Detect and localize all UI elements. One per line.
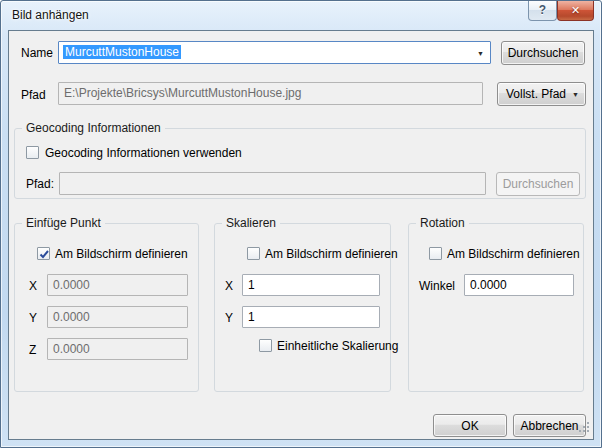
- caption-buttons: ? ✕: [528, 1, 594, 21]
- name-combobox[interactable]: MurcuttMustonHouse ▼: [58, 41, 491, 64]
- window-title: Bild anhängen: [12, 8, 89, 22]
- geocoding-group: Geocoding Informationen Geocoding Inform…: [14, 128, 586, 199]
- rotation-angle-field[interactable]: 0.0000: [464, 274, 574, 296]
- help-icon[interactable]: ?: [528, 1, 557, 21]
- geocoding-path-label: Pfad:: [26, 177, 54, 191]
- path-mode-dropdown[interactable]: Vollst. Pfad ▼: [497, 82, 586, 106]
- scale-y-field[interactable]: 1: [242, 306, 380, 328]
- name-label: Name: [21, 46, 53, 60]
- path-field: E:\Projekte\Bricsys\MurcuttMustonHouse.j…: [58, 82, 483, 105]
- scale-onscreen-label[interactable]: Am Bildschirm definieren: [265, 247, 398, 261]
- scale-uniform-checkbox[interactable]: [259, 339, 272, 352]
- geocoding-group-title: Geocoding Informationen: [22, 121, 165, 135]
- insertion-onscreen-label[interactable]: Am Bildschirm definieren: [55, 247, 188, 261]
- resize-grip-icon[interactable]: [579, 422, 590, 436]
- scale-uniform-label[interactable]: Einheitliche Skalierung: [277, 339, 398, 353]
- rotation-onscreen-label[interactable]: Am Bildschirm definieren: [447, 247, 580, 261]
- geocoding-path-field: [59, 172, 486, 195]
- name-value-selected: MurcuttMustonHouse: [63, 45, 181, 59]
- cancel-button[interactable]: Abbrechen: [513, 414, 586, 437]
- dialog-window: Bild anhängen ? ✕ Name MurcuttMustonHous…: [0, 0, 602, 448]
- rotation-onscreen-checkbox[interactable]: [429, 247, 442, 260]
- insertion-z-field: 0.0000: [47, 338, 188, 360]
- rotation-angle-label: Winkel: [419, 279, 455, 293]
- rotation-group-title: Rotation: [416, 216, 469, 230]
- ok-button[interactable]: OK: [433, 414, 507, 437]
- scale-group: Skalieren Am Bildschirm definieren X 1 Y…: [214, 223, 391, 392]
- scale-x-label: X: [225, 279, 233, 293]
- geocoding-use-checkbox[interactable]: [26, 146, 39, 159]
- geocoding-browse-button: Durchsuchen: [496, 172, 580, 196]
- name-dropdown-arrow-icon[interactable]: ▼: [477, 49, 484, 56]
- scale-y-label: Y: [225, 311, 233, 325]
- insertion-point-group-title: Einfüge Punkt: [22, 216, 105, 230]
- scale-group-title: Skalieren: [222, 216, 280, 230]
- insertion-onscreen-checkbox[interactable]: [37, 247, 50, 260]
- insertion-z-label: Z: [29, 343, 36, 357]
- path-mode-arrow-icon: ▼: [572, 91, 579, 98]
- close-icon[interactable]: ✕: [557, 1, 594, 21]
- name-browse-button[interactable]: Durchsuchen: [501, 41, 585, 65]
- path-label: Pfad: [21, 88, 46, 102]
- titlebar[interactable]: Bild anhängen ? ✕: [1, 1, 601, 30]
- path-mode-label: Vollst. Pfad: [506, 87, 566, 101]
- scale-x-field[interactable]: 1: [242, 274, 380, 296]
- insertion-y-field: 0.0000: [47, 306, 188, 328]
- geocoding-use-label[interactable]: Geocoding Informationen verwenden: [45, 146, 242, 160]
- insertion-y-label: Y: [29, 311, 37, 325]
- scale-onscreen-checkbox[interactable]: [247, 247, 260, 260]
- dialog-client-area: Name MurcuttMustonHouse ▼ Durchsuchen Pf…: [8, 30, 594, 440]
- insertion-x-field: 0.0000: [47, 274, 188, 296]
- insertion-point-group: Einfüge Punkt Am Bildschirm definieren X…: [14, 223, 199, 392]
- insertion-x-label: X: [29, 279, 37, 293]
- rotation-group: Rotation Am Bildschirm definieren Winkel…: [408, 223, 584, 392]
